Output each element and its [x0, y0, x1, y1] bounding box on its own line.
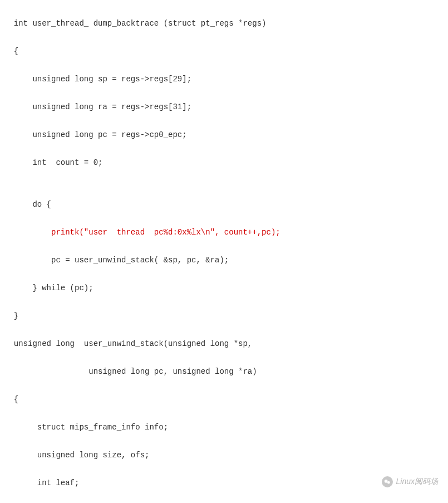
watermark: Linux阅码场 — [382, 476, 438, 487]
wechat-icon — [382, 476, 393, 487]
code-line: unsigned long ra = regs->regs[31]; — [4, 100, 448, 114]
code-block: int user_thread_ dump_backtrace (struct … — [0, 0, 448, 503]
watermark-text: Linux阅码场 — [396, 477, 438, 487]
code-line: unsigned long pc = regs->cp0_epc; — [4, 128, 448, 142]
code-line: } while (pc); — [4, 281, 448, 295]
code-line: int user_thread_ dump_backtrace (struct … — [4, 17, 448, 31]
indent — [4, 228, 51, 237]
code-line: { — [4, 45, 448, 58]
code-line: pc = user_unwind_stack( &sp, pc, &ra); — [4, 253, 448, 267]
svg-point-1 — [387, 481, 390, 484]
svg-point-0 — [384, 480, 387, 483]
code-line: unsigned long sp = regs->regs[29]; — [4, 72, 448, 86]
code-line: } — [4, 309, 448, 323]
code-line: unsigned long pc, unsigned long *ra) — [4, 365, 448, 379]
code-line: unsigned long size, ofs; — [4, 448, 448, 462]
highlighted-code: printk("user thread pc%d:0x%lx\n", count… — [51, 228, 280, 237]
code-line: unsigned long user_unwind_stack(unsigned… — [4, 337, 448, 351]
code-line: do { — [4, 198, 448, 212]
code-line: { — [4, 393, 448, 407]
code-line: int count = 0; — [4, 156, 448, 170]
code-line: struct mips_frame_info info; — [4, 421, 448, 434]
code-line: printk("user thread pc%d:0x%lx\n", count… — [4, 226, 448, 240]
